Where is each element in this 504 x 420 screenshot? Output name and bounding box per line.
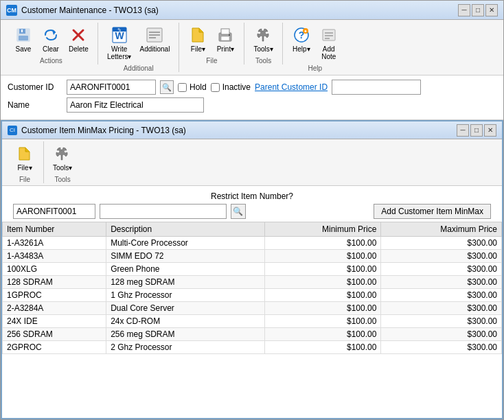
tools-group-label: Tools	[255, 57, 271, 65]
svg-rect-18	[229, 34, 230, 36]
inner-window-controls: ─ □ ✕	[457, 124, 496, 137]
cell-min-price: $100.00	[264, 263, 380, 276]
toolbar-group-additional: W ✎ WriteLetters▾	[98, 23, 180, 72]
cell-item-number: 128 SDRAM	[3, 276, 106, 289]
cell-description: Dual Core Server	[106, 302, 265, 315]
customer-id-row: Customer ID 🔍 Hold Inactive Parent Custo…	[8, 80, 496, 95]
cell-max-price: $300.00	[381, 302, 502, 315]
table-row: 1GPROC 1 Ghz Processor $100.00 $300.00	[3, 289, 502, 302]
help-label: Help▾	[293, 45, 310, 53]
inner-toolbar-group-tools: Tools▾ Tools	[44, 141, 81, 183]
cell-max-price: $300.00	[381, 263, 502, 276]
help-button[interactable]: ? ✦ Help▾	[288, 23, 314, 56]
inner-close-button[interactable]: ✕	[484, 124, 496, 137]
outer-window: CM Customer Maintenance - TWO13 (sa) ─ □…	[0, 0, 504, 420]
cell-min-price: $100.00	[264, 328, 380, 341]
cell-min-price: $100.00	[264, 341, 380, 354]
inner-minimize-button[interactable]: ─	[457, 124, 469, 137]
cell-description: 128 meg SDRAM	[106, 276, 265, 289]
restrict-row: 🔍 Add Customer Item MinMax	[13, 204, 491, 219]
table-row: 2-A3284A Dual Core Server $100.00 $300.0…	[3, 302, 502, 315]
close-button[interactable]: ✕	[485, 4, 498, 16]
restrict-search-input[interactable]	[100, 204, 227, 219]
tools-icon	[254, 25, 273, 45]
svg-rect-17	[221, 29, 229, 34]
cell-description: 256 meg SDRAM	[106, 328, 265, 341]
svg-rect-16	[221, 36, 229, 40]
delete-icon	[69, 25, 88, 45]
write-letters-icon: W ✎	[110, 25, 129, 45]
inactive-checkbox[interactable]	[211, 83, 220, 92]
customer-id-label: Customer ID	[8, 82, 62, 92]
help-buttons: ? ✦ Help▾	[288, 23, 342, 63]
restore-button[interactable]: □	[472, 4, 484, 16]
table-row: 1-A3261A Multi-Core Processor $100.00 $3…	[3, 237, 502, 250]
inner-restore-button[interactable]: □	[470, 124, 483, 137]
inner-tools-button[interactable]: Tools▾	[49, 141, 76, 174]
save-button[interactable]: Save	[10, 23, 36, 56]
cell-item-number: 24X IDE	[3, 315, 106, 328]
print-label: Print▾	[217, 45, 235, 53]
additional-button[interactable]: Additional	[136, 23, 173, 56]
table-row: 256 SDRAM 256 meg SDRAM $100.00 $300.00	[3, 328, 502, 341]
inner-file-group-label: File	[19, 176, 30, 183]
parent-customer-id-link[interactable]: Parent Customer ID	[255, 82, 328, 92]
additional-label: Additional	[139, 45, 170, 53]
minmax-table: Item Number Description Minimum Price Ma…	[2, 222, 502, 354]
restrict-label: Restrict Item Number?	[211, 191, 293, 201]
restrict-search-button[interactable]: 🔍	[231, 204, 246, 219]
parent-customer-id-input[interactable]	[332, 80, 421, 95]
customer-form: Customer ID 🔍 Hold Inactive Parent Custo…	[1, 75, 503, 120]
actions-buttons: Save Clear	[10, 23, 92, 56]
file-group-label: File	[206, 57, 217, 65]
add-minmax-button[interactable]: Add Customer Item MinMax	[374, 204, 491, 219]
cell-item-number: 2-A3284A	[3, 302, 106, 315]
inner-file-button[interactable]: File▾	[12, 141, 38, 174]
print-button[interactable]: Print▾	[212, 23, 238, 56]
svg-text:✎: ✎	[117, 27, 122, 32]
inactive-checkbox-group: Inactive	[211, 82, 251, 92]
save-label: Save	[16, 45, 32, 53]
clear-icon	[41, 25, 60, 45]
add-note-button[interactable]: AddNote	[316, 23, 342, 63]
cell-max-price: $300.00	[381, 328, 502, 341]
customer-id-search-button[interactable]: 🔍	[160, 80, 174, 94]
cell-item-number: 100XLG	[3, 263, 106, 276]
write-letters-label: WriteLetters▾	[107, 45, 132, 60]
table-header-row: Item Number Description Minimum Price Ma…	[3, 222, 502, 237]
table-row: 2GPROC 2 Ghz Processor $100.00 $300.00	[3, 341, 502, 354]
restrict-customer-id-input[interactable]	[13, 204, 95, 219]
inner-tools-icon	[53, 144, 72, 163]
inner-window: CI Customer Item MinMax Pricing - TWO13 …	[1, 120, 503, 419]
toolbar-group-tools: Tools▾ Tools	[244, 23, 282, 65]
clear-button[interactable]: Clear	[38, 23, 64, 56]
main-toolbar: Save Clear	[1, 20, 503, 75]
name-input[interactable]	[67, 97, 204, 113]
cell-max-price: $300.00	[381, 276, 502, 289]
cell-min-price: $100.00	[264, 289, 380, 302]
customer-id-input[interactable]	[67, 80, 156, 95]
toolbar-group-actions: Save Clear	[5, 23, 98, 65]
cell-min-price: $100.00	[264, 237, 380, 250]
content-area: Restrict Item Number? 🔍 Add Customer Ite…	[2, 186, 502, 418]
minimize-button[interactable]: ─	[458, 4, 470, 16]
actions-group-label: Actions	[40, 57, 62, 65]
help-group-label: Help	[308, 65, 322, 72]
inner-tools-buttons: Tools▾	[49, 141, 76, 174]
add-note-icon	[319, 25, 339, 45]
additional-group-label: Additional	[124, 65, 154, 72]
print-icon	[216, 25, 235, 45]
cell-min-price: $100.00	[264, 302, 380, 315]
svg-rect-2	[19, 36, 28, 40]
outer-window-icon: CM	[6, 5, 17, 16]
hold-checkbox[interactable]	[178, 83, 187, 92]
table-row: 128 SDRAM 128 meg SDRAM $100.00 $300.00	[3, 276, 502, 289]
delete-button[interactable]: Delete	[65, 23, 92, 56]
file-button[interactable]: File▾	[185, 23, 211, 56]
additional-buttons: W ✎ WriteLetters▾	[104, 23, 174, 63]
col-maximum-price: Maximum Price	[381, 222, 502, 237]
tools-button[interactable]: Tools▾	[250, 23, 276, 56]
write-letters-button[interactable]: W ✎ WriteLetters▾	[104, 23, 135, 63]
cell-description: 1 Ghz Processor	[106, 289, 265, 302]
cell-min-price: $100.00	[264, 250, 380, 263]
